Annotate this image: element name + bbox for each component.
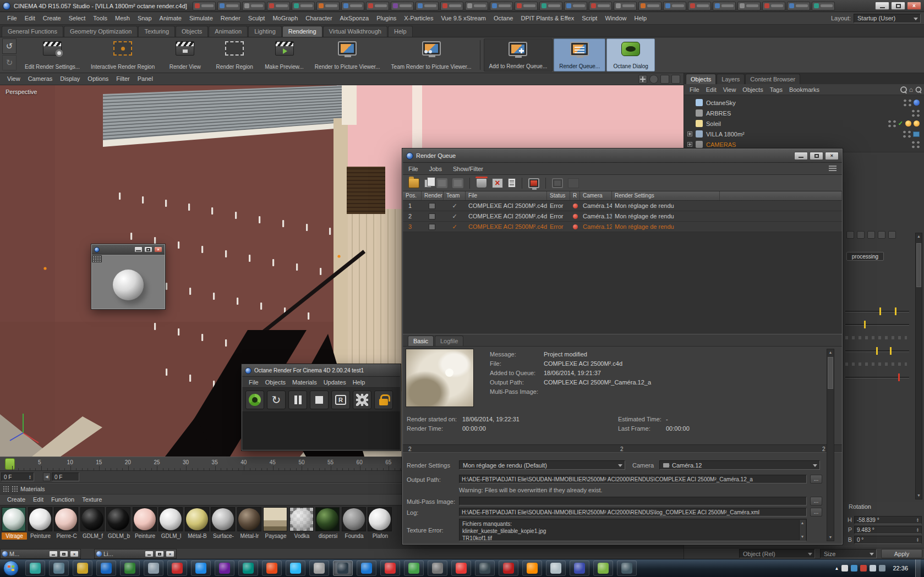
undo-button[interactable]: ↺ [2,39,17,54]
attr-options-icon[interactable] [888,231,896,239]
column-header-team[interactable]: Team [444,191,466,200]
material-item-gdlm-f[interactable]: GDLM_f [80,507,106,540]
value-spinner[interactable]: ▲▼ [916,527,919,532]
taskbar-app-button[interactable] [144,560,163,576]
objects-menu-bookmarks[interactable]: Bookmarks [786,86,823,93]
goto-frame-field[interactable]: 0 F [52,472,79,481]
taskbar-app-button[interactable] [475,560,495,576]
taskbar-app-button[interactable] [546,560,566,576]
toolbar-button-render-queue[interactable]: Render Queue... [554,39,605,72]
column-header-render-settings[interactable]: Render Settings [612,191,720,200]
material-item-peinture[interactable]: Peinture [28,507,53,540]
octane-sky-tag-icon[interactable] [914,100,920,106]
team-check-icon[interactable]: ✓ [444,213,466,220]
tray-icon[interactable] [870,565,876,571]
job-row[interactable]: 2✓COMPLEXE ACI 2500M².c4dErrorCaméra.13M… [403,211,842,222]
octane-restart-button[interactable]: ↻ [267,391,286,409]
slider-track[interactable] [845,324,909,326]
scrollbar-thumb[interactable] [916,243,921,287]
octane-render-window[interactable]: Octane Render For Cinema 4D 2.00.24 test… [242,364,401,450]
taskbar-app-button[interactable] [309,560,329,576]
log-field[interactable]: H:\ADE-FBTP\ADJATI Elie\SOUDAN-IMMOBILIE… [459,508,807,516]
material-thumbnail[interactable] [342,507,366,531]
rq-menu-jobs[interactable]: Jobs [429,166,442,172]
taskbar-app-button[interactable] [49,560,69,576]
palette-tab-objects[interactable]: Objects [176,26,208,37]
materials-menu-edit[interactable]: Edit [29,493,47,506]
app-tab[interactable] [539,2,562,10]
material-thumbnail[interactable] [289,507,314,531]
pan-icon[interactable] [638,75,647,84]
value-spinner[interactable]: ▲▼ [916,518,919,522]
material-thumbnail[interactable] [237,507,261,531]
taskbar-app-button[interactable] [428,560,447,576]
app-tab[interactable] [217,2,240,10]
scroll-down-icon[interactable]: ▼ [800,534,805,540]
close-button[interactable]: × [907,2,921,10]
render-dots[interactable] [893,120,896,128]
scroll-up-icon[interactable]: ▲ [827,349,834,356]
close-button[interactable]: × [70,551,79,557]
app-tab[interactable] [193,2,216,10]
octane-stop-button[interactable] [310,391,329,409]
layout-dropdown[interactable]: Startup (User) [854,14,921,23]
log-browse-button[interactable]: ... [810,508,822,516]
material-item-vodka[interactable]: Vodka [289,507,315,540]
visibility-dots[interactable] [903,130,906,138]
menu-item-mograph[interactable]: MoGraph [269,12,302,25]
octane-menu-help[interactable]: Help [349,377,369,388]
slider-marker[interactable] [895,307,896,315]
octane-menu-updates[interactable]: Updates [320,377,349,388]
octane-pause-button[interactable] [288,391,307,409]
slider-track[interactable] [845,311,909,312]
taskbar-app-button[interactable] [451,560,471,576]
taskbar-app-button[interactable] [238,560,258,576]
app-tab[interactable] [812,2,835,10]
taskbar-app-button[interactable] [286,560,305,576]
slider-marker[interactable] [876,347,878,355]
render-dots[interactable] [908,130,911,138]
rq-close-button[interactable]: × [825,152,839,160]
minimize-button[interactable] [49,551,58,557]
tray-expand-icon[interactable]: ▲ [835,566,839,571]
material-item-gdlm-l[interactable]: GDLM_l [158,507,184,540]
tab-objects[interactable]: Objects [686,74,716,84]
maximize-button[interactable] [155,551,164,557]
attribute-scrollbar[interactable]: ▲ ▼ [915,233,922,499]
scroll-down-icon[interactable]: ▼ [916,492,922,499]
menu-item-select[interactable]: Select [65,12,90,25]
remove-all-jobs-icon[interactable] [492,178,503,188]
toggle-view-icon[interactable] [671,75,680,84]
menu-item-help[interactable]: Help [631,12,651,25]
visibility-dots[interactable] [888,120,891,128]
octane-start-button[interactable] [245,391,264,409]
job-row[interactable]: 3✓COMPLEXE ACI 2500M².c4dErrorCaméra.12M… [403,222,842,232]
output-path-browse-button[interactable]: ... [810,475,822,483]
app-tab[interactable] [440,2,463,10]
taskbar-app-button[interactable] [120,560,140,576]
render-checkbox[interactable] [429,213,435,219]
column-header-render[interactable]: Render [422,191,444,200]
preview-window-titlebar[interactable]: × [92,245,165,255]
maximize-button[interactable] [59,551,68,557]
app-tab[interactable] [713,2,736,10]
object-mode-dropdown[interactable]: Object (Rel) [739,549,815,558]
visibility-dots[interactable] [912,109,915,117]
objects-menu-view[interactable]: View [720,86,740,93]
rq-minimize-button[interactable] [794,152,808,160]
menu-item-animate[interactable]: Animate [156,12,185,25]
menu-item-render[interactable]: Render [217,12,244,25]
tray-icon[interactable] [860,565,867,571]
expander-icon[interactable] [687,142,692,147]
multipass-browse-button[interactable]: ... [810,497,822,505]
app-tab[interactable] [762,2,785,10]
taskbar-app-button[interactable] [167,560,187,576]
multipass-field[interactable] [459,497,807,505]
taskbar-app-button[interactable] [262,560,282,576]
material-item-peinture[interactable]: Peinture [133,507,158,540]
zoom-icon[interactable] [660,75,669,84]
open-image-icon[interactable] [568,178,579,188]
job-row[interactable]: 1✓COMPLEXE ACI 2500M².c4dErrorCaméra.14M… [403,201,842,211]
texture-error-box[interactable]: Fichiers manquants:klinker_kueste_tileab… [459,519,807,541]
light-tag-icon[interactable] [905,120,911,127]
